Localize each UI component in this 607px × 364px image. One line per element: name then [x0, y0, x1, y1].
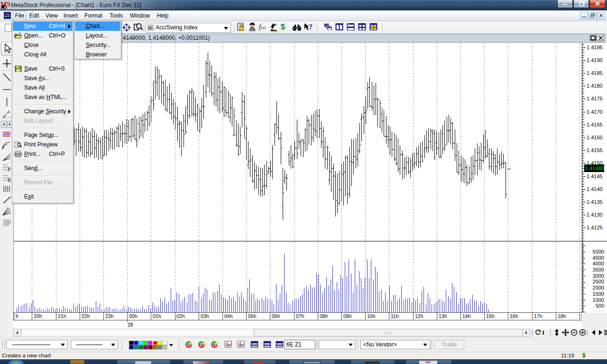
svg-text:1.4175: 1.4175: [587, 96, 603, 101]
svg-text:1.4140: 1.4140: [587, 186, 603, 192]
svg-text:4500: 4500: [593, 255, 604, 261]
svg-text:1.4145: 1.4145: [587, 173, 603, 179]
svg-text:1.4190: 1.4190: [587, 57, 603, 63]
svg-text:09h: 09h: [343, 313, 352, 319]
svg-text:P: P: [8, 167, 11, 173]
svg-text:21h: 21h: [58, 313, 66, 319]
svg-text:1.4170: 1.4170: [587, 109, 603, 115]
svg-text:07h: 07h: [296, 313, 304, 319]
svg-text:11h: 11h: [391, 313, 399, 319]
svg-text:28: 28: [128, 322, 133, 328]
svg-text:05h: 05h: [248, 313, 257, 319]
svg-text:1.4180: 1.4180: [587, 83, 603, 89]
svg-text:12h: 12h: [415, 313, 423, 319]
svg-text:1000: 1000: [593, 297, 604, 303]
svg-text:3000: 3000: [593, 273, 604, 279]
svg-text:1.4125: 1.4125: [587, 225, 603, 230]
svg-text:04h: 04h: [224, 313, 233, 319]
svg-text:00h: 00h: [129, 313, 138, 319]
svg-text:20h: 20h: [34, 313, 42, 319]
svg-text:18h: 18h: [558, 313, 566, 319]
svg-text:1.4165: 1.4165: [587, 122, 603, 127]
svg-text:15h: 15h: [486, 313, 495, 319]
svg-text:1.4160: 1.4160: [587, 135, 603, 140]
svg-text:5000: 5000: [593, 249, 604, 255]
svg-text:1.4130: 1.4130: [587, 212, 603, 218]
svg-text:14h: 14h: [462, 313, 471, 319]
svg-text:23h: 23h: [105, 313, 114, 319]
svg-text:R: R: [8, 178, 11, 183]
svg-text:500: 500: [596, 303, 604, 309]
svg-text:1.4155: 1.4155: [587, 147, 603, 153]
svg-text:4000: 4000: [593, 261, 604, 266]
svg-text:2500: 2500: [593, 279, 604, 284]
svg-text:1.4135: 1.4135: [587, 199, 603, 205]
svg-text:1.4195: 1.4195: [587, 45, 603, 50]
svg-text:L: L: [8, 109, 10, 114]
svg-text:1.4185: 1.4185: [587, 70, 603, 76]
svg-text:01h: 01h: [153, 313, 161, 319]
svg-text:06h: 06h: [272, 313, 280, 319]
svg-text:17h: 17h: [534, 313, 543, 319]
svg-text:h: h: [16, 313, 18, 319]
svg-text:?: ?: [309, 23, 313, 31]
svg-text:10h: 10h: [367, 313, 376, 319]
svg-text:2000: 2000: [593, 285, 604, 291]
svg-text:1.41480: 1.41480: [585, 165, 604, 171]
svg-text:3500: 3500: [593, 267, 604, 273]
svg-text:13h: 13h: [439, 313, 447, 319]
svg-text:1500: 1500: [593, 291, 604, 297]
svg-text:02h: 02h: [176, 313, 185, 319]
svg-text:16h: 16h: [510, 313, 518, 319]
svg-text:22h: 22h: [82, 313, 90, 319]
svg-text:08h: 08h: [320, 313, 328, 319]
svg-text:03h: 03h: [201, 313, 209, 319]
svg-text:S: S: [3, 115, 5, 119]
